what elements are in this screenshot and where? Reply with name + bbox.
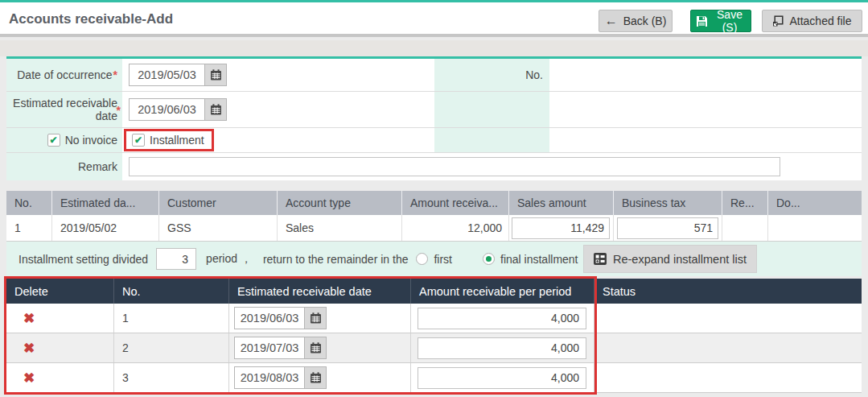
installment-list-icon <box>594 253 607 265</box>
cell-delete: ✖ <box>6 304 114 333</box>
calendar-icon <box>310 312 322 324</box>
save-button-label: Save (S) <box>714 8 746 34</box>
cell-delete: ✖ <box>6 363 114 392</box>
installment-date-input-3[interactable] <box>234 366 305 389</box>
back-button-label: Back (B) <box>623 14 667 27</box>
required-asterisk: * <box>113 68 117 81</box>
amount-per-period-input-1[interactable] <box>418 308 586 329</box>
no-invoice-label: No invoice <box>65 134 117 147</box>
installment-calendar-button-2[interactable] <box>305 337 327 359</box>
col-sales-amount: Sales amount <box>509 191 614 215</box>
radio-final-circle[interactable] <box>483 253 495 265</box>
delete-x-icon[interactable]: ✖ <box>23 371 35 385</box>
calendar-icon <box>310 342 322 354</box>
date-of-occurrence-input[interactable] <box>129 64 205 86</box>
business-tax-input[interactable] <box>617 217 718 239</box>
radio-final-installment[interactable]: final installment <box>483 253 578 266</box>
reexpand-button-label: Re-expand installment list <box>613 253 747 266</box>
cell-estimated-date: 2019/05/02 <box>52 215 159 241</box>
cell-status <box>594 304 862 333</box>
cell-amount-receivable: 12,000 <box>402 215 509 241</box>
col-estimated-date: Estimated da... <box>52 191 159 215</box>
save-button[interactable]: Save (S) <box>690 10 751 32</box>
radio-first[interactable]: first <box>416 253 452 266</box>
row-date-of-occurrence: Date of occurrence* No. <box>6 59 862 92</box>
save-floppy-icon <box>696 15 708 27</box>
radio-first-label: first <box>434 253 452 266</box>
remark-input[interactable] <box>129 157 780 176</box>
cell-date <box>229 304 411 333</box>
attached-file-label: Attached file <box>789 14 851 27</box>
no-invoice-cell: ✔ No invoice <box>6 128 122 152</box>
cell-do <box>768 215 862 241</box>
col-amount-receivable: Amount receiva... <box>402 191 509 215</box>
col-account-type: Account type <box>278 191 402 215</box>
sales-amount-input[interactable] <box>512 217 610 239</box>
installment-setting-row: Installment setting divided period ， ret… <box>6 242 862 276</box>
back-arrow-icon: ← <box>605 14 618 27</box>
installment-table-header: Delete No. Estimated receivable date Amo… <box>6 279 862 304</box>
installment-date-input-1[interactable] <box>234 307 305 329</box>
col-customer: Customer <box>159 191 278 215</box>
reexpand-installment-list-button[interactable]: Re-expand installment list <box>583 245 757 273</box>
installment-row-3: ✖ 3 <box>6 363 862 393</box>
back-button[interactable]: ← Back (B) <box>599 10 673 32</box>
estimated-receivable-date-label: Estimated receivable date * <box>6 92 122 127</box>
installment-calendar-button-3[interactable] <box>305 366 327 389</box>
check-icon: ✔ <box>50 135 58 145</box>
cell-delete: ✖ <box>6 333 114 362</box>
calendar-icon <box>210 104 222 115</box>
col-estimated-receivable-date: Estimated receivable date <box>229 279 411 304</box>
installment-label: Installment <box>150 134 204 147</box>
date-of-occurrence-calendar-button[interactable] <box>205 64 227 86</box>
installment-checkbox[interactable]: ✔ <box>132 134 145 147</box>
mint-spacer-cell <box>434 92 549 127</box>
installment-date-input-2[interactable] <box>234 337 305 359</box>
no-invoice-checkbox[interactable]: ✔ <box>47 134 60 147</box>
cell-re <box>722 215 768 241</box>
col-amount-per-period: Amount receivable per period <box>411 279 594 304</box>
amount-per-period-input-3[interactable] <box>418 367 586 389</box>
cell-customer: GSS <box>159 215 278 241</box>
col-no: No. <box>114 279 229 304</box>
no-invoice-checkbox-group[interactable]: ✔ No invoice <box>47 134 117 147</box>
header-gap-strip <box>0 40 868 56</box>
col-delete: Delete <box>6 279 114 304</box>
radio-final-label: final installment <box>500 253 578 266</box>
receivable-table-row: 1 2019/05/02 GSS Sales 12,000 <box>6 215 862 242</box>
cell-status <box>594 363 862 392</box>
periods-input[interactable] <box>156 248 196 270</box>
col-status: Status <box>594 279 862 304</box>
cell-sales-amount <box>509 215 614 241</box>
required-asterisk: * <box>117 104 121 117</box>
installment-table: Delete No. Estimated receivable date Amo… <box>6 279 862 393</box>
cell-no: 1 <box>6 215 52 241</box>
calendar-icon <box>310 372 322 383</box>
installment-row-1: ✖ 1 <box>6 304 862 333</box>
cell-account-type: Sales <box>278 215 402 241</box>
estimated-receivable-date-input[interactable] <box>129 98 205 121</box>
receivable-table-header: No. Estimated da... Customer Account typ… <box>6 191 862 215</box>
cell-amount <box>411 304 594 333</box>
estimated-receivable-date-calendar-button[interactable] <box>205 98 227 121</box>
header-bar: Accounts receivable-Add ← Back (B) Save … <box>0 2 868 37</box>
radio-first-circle[interactable] <box>416 253 428 265</box>
cell-no: 3 <box>114 363 229 392</box>
page-title: Accounts receivable-Add <box>9 11 173 27</box>
amount-per-period-input-2[interactable] <box>418 337 586 359</box>
cell-date <box>229 333 411 362</box>
installment-setting-label: Installment setting divided <box>19 253 148 266</box>
delete-x-icon[interactable]: ✖ <box>23 312 35 325</box>
installment-calendar-button-1[interactable] <box>305 307 327 329</box>
col-re: Re... <box>722 191 768 215</box>
col-business-tax: Business tax <box>614 191 722 215</box>
row-remark: Remark <box>6 153 862 180</box>
cell-business-tax <box>614 215 722 241</box>
annotation-box-installment: ✔ Installment <box>124 129 214 151</box>
remainder-label: return to the remainder in the <box>263 253 409 266</box>
row-checkboxes: ✔ No invoice ✔ Installment <box>6 128 862 153</box>
form-panel: Date of occurrence* No. <box>6 56 862 180</box>
attached-file-button[interactable]: Attached file <box>762 10 862 32</box>
delete-x-icon[interactable]: ✖ <box>23 341 35 355</box>
cell-date <box>229 363 411 392</box>
